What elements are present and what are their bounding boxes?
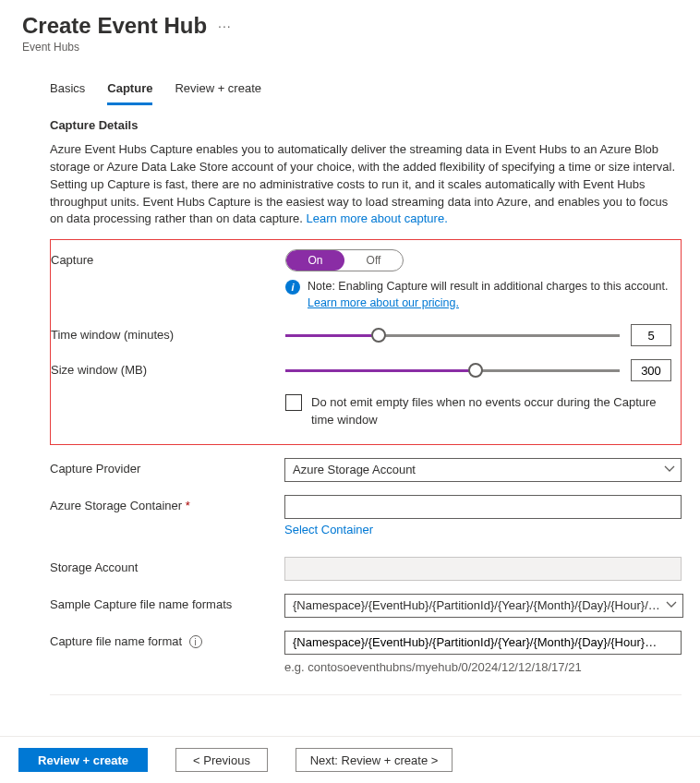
provider-label: Capture Provider (50, 458, 284, 476)
size-window-input[interactable] (631, 359, 671, 381)
sample-formats-value: {Namespace}/{EventHub}/{PartitionId}/{Ye… (293, 598, 660, 612)
time-window-slider-thumb[interactable] (371, 328, 386, 343)
time-window-input[interactable] (631, 324, 671, 346)
storage-account-label: Storage Account (50, 557, 284, 574)
sample-formats-label: Sample Capture file name formats (50, 594, 284, 611)
next-button[interactable]: Next: Review + create > (296, 748, 453, 772)
more-icon[interactable]: ··· (218, 18, 232, 33)
storage-account-input (284, 557, 682, 581)
time-window-slider[interactable] (285, 328, 620, 343)
size-window-slider[interactable] (285, 363, 620, 378)
capture-toggle-off[interactable]: Off (344, 250, 403, 271)
previous-button[interactable]: < Previous (175, 748, 268, 772)
capture-details-heading: Capture Details (50, 118, 682, 132)
capture-description: Azure Event Hubs Capture enables you to … (50, 141, 682, 228)
capture-toggle-on[interactable]: On (286, 250, 344, 271)
tab-bar: Basics Capture Review + create (0, 59, 700, 105)
file-format-label: Capture file name format i (50, 631, 284, 649)
pricing-link[interactable]: Learn more about our pricing. (308, 296, 459, 309)
time-window-label: Time window (minutes) (51, 324, 285, 342)
container-label: Azure Storage Container * (50, 495, 284, 512)
emit-empty-label: Do not emit empty files when no events o… (311, 394, 671, 429)
container-input[interactable] (284, 495, 682, 519)
size-window-label: Size window (MB) (51, 359, 285, 377)
file-format-helper: e.g. contosoeventhubns/myehub/0/2024/12/… (284, 660, 682, 674)
page-title: Create Event Hub (22, 13, 207, 39)
select-container-link[interactable]: Select Container (284, 523, 373, 536)
tab-capture[interactable]: Capture (107, 76, 152, 105)
capture-note: Note: Enabling Capture will result in ad… (308, 279, 669, 311)
file-format-input[interactable] (284, 631, 682, 655)
provider-value: Azure Storage Account (293, 463, 416, 476)
capture-label: Capture (51, 249, 285, 267)
size-window-slider-thumb[interactable] (468, 363, 483, 378)
info-icon: i (285, 280, 300, 295)
emit-empty-checkbox[interactable] (285, 394, 302, 411)
chevron-down-icon (666, 598, 677, 612)
tab-review[interactable]: Review + create (175, 76, 261, 105)
capture-note-text: Note: Enabling Capture will result in ad… (308, 280, 669, 293)
info-circle-icon[interactable]: i (189, 635, 202, 648)
tab-basics[interactable]: Basics (50, 76, 85, 105)
learn-more-capture-link[interactable]: Learn more about capture. (307, 211, 448, 225)
sample-formats-select[interactable]: {Namespace}/{EventHub}/{PartitionId}/{Ye… (284, 594, 683, 618)
review-create-button[interactable]: Review + create (18, 748, 148, 772)
section-divider (50, 694, 682, 695)
footer-bar: Review + create < Previous Next: Review … (0, 736, 700, 783)
breadcrumb: Event Hubs (22, 41, 678, 54)
capture-toggle[interactable]: On Off (285, 249, 404, 271)
provider-select[interactable]: Azure Storage Account (284, 458, 682, 482)
highlighted-settings: Capture On Off i Note: Enabling Capture … (50, 239, 682, 445)
chevron-down-icon (664, 463, 675, 476)
